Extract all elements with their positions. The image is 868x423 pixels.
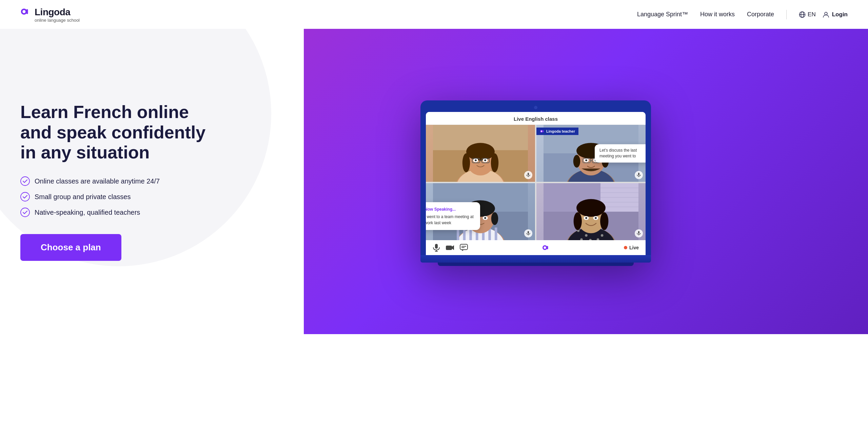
laptop-outer: Live English class <box>420 100 651 255</box>
mic-icon-4 <box>637 231 641 236</box>
laptop-screen: Live English class <box>426 112 646 255</box>
screen-title: Live English class <box>514 116 558 122</box>
svg-point-17 <box>491 153 498 172</box>
nav-corporate[interactable]: Corporate <box>747 11 774 18</box>
logo-area[interactable]: Lingoda online language school <box>20 6 80 23</box>
footer-chat-icon[interactable] <box>460 244 468 251</box>
mic-icon-1 <box>526 173 530 177</box>
svg-rect-29 <box>543 130 544 132</box>
screen-header: Live English class <box>426 112 646 125</box>
svg-point-21 <box>484 159 486 161</box>
check-icon-3 <box>20 208 30 217</box>
video-cell-2: Lingoda teacher <box>536 125 646 182</box>
svg-point-92 <box>595 217 597 219</box>
svg-point-40 <box>585 159 587 161</box>
svg-point-104 <box>544 247 546 249</box>
mic-icon-3 <box>526 231 530 236</box>
hero-title: Learn French online and speak confidentl… <box>20 102 210 163</box>
svg-rect-95 <box>435 244 438 249</box>
svg-point-65 <box>484 217 486 219</box>
logo-text: Lingoda <box>35 7 70 18</box>
logo-subtitle: online language school <box>35 18 80 23</box>
svg-point-61 <box>491 212 498 225</box>
video-grid: Lingoda teacher <box>426 125 646 240</box>
feature-1: Online classes are available anytime 24/… <box>20 176 210 186</box>
hero-section: Learn French online and speak confidentl… <box>0 29 868 334</box>
mic-badge-1 <box>524 171 532 179</box>
live-badge: Live <box>624 245 639 250</box>
chat-bubble-left: Now Speaking... I went to a team meeting… <box>426 202 480 230</box>
svg-point-87 <box>574 212 582 230</box>
logo-icon <box>20 6 33 18</box>
check-icon-1 <box>20 176 30 186</box>
login-button[interactable]: Login <box>823 11 848 18</box>
svg-point-36 <box>573 155 580 168</box>
nav-how-it-works[interactable]: How it works <box>700 11 735 18</box>
speaking-label: Now Speaking... <box>426 206 475 212</box>
svg-rect-105 <box>547 246 548 249</box>
svg-point-1 <box>22 10 25 13</box>
mic-badge-3 <box>524 229 532 237</box>
language-selector[interactable]: EN <box>799 11 816 18</box>
footer-logo <box>542 244 550 251</box>
nav-divider <box>786 10 787 19</box>
svg-point-15 <box>466 143 495 160</box>
chat-bubble-right: Let's discuss the last meeting you went … <box>595 144 646 162</box>
live-dot <box>624 246 627 249</box>
svg-rect-66 <box>528 231 529 234</box>
svg-rect-45 <box>638 173 639 175</box>
svg-point-28 <box>541 131 542 132</box>
laptop-camera <box>534 106 537 109</box>
teacher-badge: Lingoda teacher <box>536 128 578 135</box>
svg-rect-57 <box>495 228 497 240</box>
svg-point-6 <box>825 12 827 15</box>
user-icon <box>823 11 829 18</box>
footer-camera-icon[interactable] <box>446 244 454 251</box>
person-illustration-4 <box>536 183 646 240</box>
live-label: Live <box>629 245 639 250</box>
nav-right: EN Login <box>799 11 848 18</box>
mic-icon-2 <box>637 173 641 177</box>
footer-lingoda-icon <box>542 244 550 251</box>
nav-links: Language Sprint™ How it works Corporate … <box>637 10 848 19</box>
svg-rect-25 <box>528 173 529 175</box>
mic-badge-2 <box>635 171 643 179</box>
svg-point-79 <box>585 234 587 236</box>
hero-features: Online classes are available anytime 24/… <box>20 176 210 217</box>
nav-language-sprint[interactable]: Language Sprint™ <box>637 11 688 18</box>
svg-rect-2 <box>26 9 28 14</box>
navbar: Lingoda online language school Language … <box>0 0 868 29</box>
svg-point-88 <box>600 212 608 230</box>
person-illustration-1 <box>426 125 535 182</box>
svg-point-20 <box>475 159 477 161</box>
svg-point-91 <box>585 217 587 219</box>
login-label: Login <box>832 11 848 18</box>
svg-rect-100 <box>460 244 468 250</box>
svg-rect-98 <box>446 246 452 250</box>
footer-controls <box>433 244 468 252</box>
svg-point-81 <box>601 234 603 236</box>
video-cell-3: Now Speaking... I went to a team meeting… <box>426 183 535 240</box>
svg-rect-93 <box>638 231 639 234</box>
lingoda-badge-icon <box>540 129 545 134</box>
choose-plan-button[interactable]: Choose a plan <box>20 234 121 261</box>
svg-point-8 <box>21 192 29 201</box>
video-cell-1 <box>426 125 535 182</box>
laptop-mockup: Live English class <box>420 100 651 263</box>
svg-point-7 <box>21 177 29 186</box>
svg-point-16 <box>462 153 470 172</box>
svg-point-9 <box>21 208 29 217</box>
feature-2: Small group and private classes <box>20 192 210 201</box>
language-label: EN <box>808 11 816 18</box>
svg-marker-99 <box>452 245 454 250</box>
hero-left: Learn French online and speak confidentl… <box>20 102 210 261</box>
globe-icon <box>799 11 806 18</box>
screen-footer: Live <box>426 240 646 255</box>
svg-point-86 <box>576 199 606 217</box>
feature-3: Native-speaking, qualified teachers <box>20 208 210 217</box>
hero-right: Live English class <box>224 80 848 283</box>
video-cell-4 <box>536 183 646 240</box>
footer-mic-icon[interactable] <box>433 244 440 252</box>
mic-badge-4 <box>635 229 643 237</box>
laptop-base <box>420 255 651 263</box>
